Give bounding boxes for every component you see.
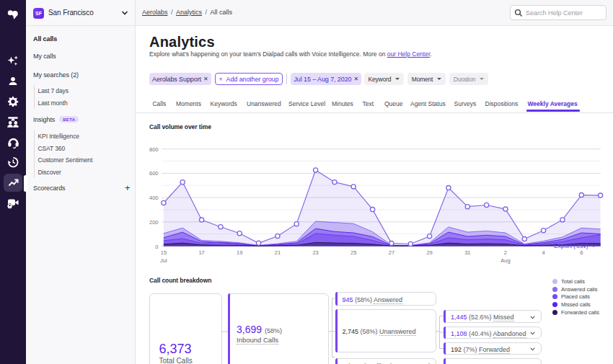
svg-text:200: 200: [149, 219, 159, 226]
svg-text:0: 0: [155, 244, 158, 250]
svg-text:19: 19: [237, 249, 242, 256]
svg-text:17: 17: [198, 249, 204, 256]
svg-text:31: 31: [464, 249, 470, 256]
svg-text:2: 2: [504, 249, 507, 256]
svg-text:800: 800: [149, 146, 159, 153]
svg-text:23: 23: [312, 249, 318, 256]
svg-text:400: 400: [149, 195, 159, 201]
svg-text:25: 25: [350, 249, 356, 256]
svg-text:600: 600: [149, 170, 159, 177]
svg-text:27: 27: [389, 249, 394, 256]
svg-text:21: 21: [275, 249, 281, 256]
svg-text:Jul: Jul: [160, 257, 167, 264]
svg-text:6: 6: [580, 249, 583, 256]
svg-text:29: 29: [426, 249, 432, 256]
svg-text:Aug: Aug: [500, 257, 510, 264]
svg-text:15: 15: [161, 249, 167, 256]
svg-text:4: 4: [542, 249, 545, 256]
